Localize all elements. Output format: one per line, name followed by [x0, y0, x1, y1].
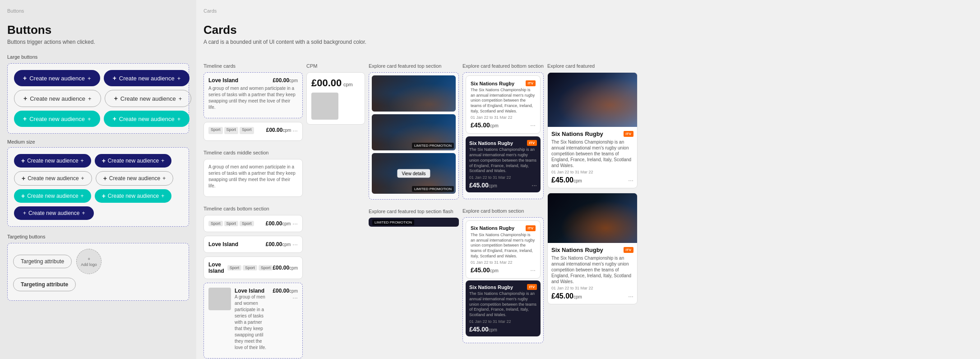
cpm-col-label: CPM — [306, 63, 365, 69]
timeline-card-dashed-1: Love Island £00.00cpm A group of men and… — [203, 72, 303, 118]
targeting-attribute-btn-1[interactable]: Targeting attribute — [13, 255, 72, 268]
buttons-panel: Buttons Buttons Buttons trigger actions … — [0, 0, 196, 359]
plus-icon-right-5: + — [88, 116, 91, 122]
plus-icon-md-3: + — [22, 175, 25, 182]
timeline-col-label: Timeline cards — [203, 63, 303, 69]
timeline-bottom-label: Timeline cards bottom section — [203, 206, 303, 211]
tag-sport-2: Sport — [224, 127, 239, 134]
explore-bottom-label: Explore card bottom section — [462, 208, 544, 214]
create-audience-btn-lg-dark-2[interactable]: + Create new audience + — [104, 70, 190, 86]
three-dots-bottom-2[interactable]: ··· — [292, 241, 298, 248]
limited-badge-1: LIMITED PROMOTION — [412, 143, 454, 149]
plus-icon-right-3: + — [88, 95, 92, 102]
plus-logo-icon: + — [88, 256, 90, 261]
plus-icon-single: + — [23, 210, 26, 216]
featured-body-1: Six Nations Rugby ITV The Six Nations Ch… — [548, 127, 637, 188]
create-audience-btn-lg-dark-1[interactable]: + Create new audience + — [14, 70, 100, 86]
explore-featured-label: Explore card featured — [547, 63, 638, 69]
large-buttons-group: + Create new audience + + Create new aud… — [7, 63, 189, 134]
create-audience-btn-md-dark-1[interactable]: + Create new audience + — [14, 154, 91, 168]
three-dots-bottom-1[interactable]: ··· — [292, 220, 298, 227]
create-audience-btn-md-outline-1[interactable]: + Create new audience + — [14, 171, 92, 186]
explore-bottom-featured-label: Explore card featured bottom section — [462, 63, 544, 69]
medium-btn-row-single: + Create new audience + — [14, 206, 182, 220]
create-audience-btn-md-teal-2[interactable]: + Create new audience + — [95, 189, 172, 203]
tag-sport-1: Sport — [208, 127, 223, 134]
targeting-attribute-btn-2[interactable]: Targeting attribute — [13, 278, 76, 291]
create-audience-label-md-5: Create new audience — [27, 193, 78, 199]
targeting-section: Targeting attribute + Add logo Targeting… — [7, 243, 189, 301]
medium-btn-row-1: + Create new audience + + Create new aud… — [14, 154, 182, 168]
card-thumbnail-1 — [208, 288, 231, 310]
three-dots-featured-1[interactable]: ··· — [628, 177, 633, 184]
create-audience-btn-lg-outline-1[interactable]: + Create new audience + — [14, 90, 101, 107]
timeline-dashed-large-1: Love Island A group of men and women par… — [203, 283, 303, 359]
medium-buttons-group: + Create new audience + + Create new aud… — [7, 147, 189, 227]
explore-flash-label: Explore card featured top section flash — [369, 209, 459, 214]
create-audience-btn-lg-teal-1[interactable]: + Create new audience + — [14, 111, 100, 127]
explore-top-card-dashed: LIMITED PROMOTION View details LIMITED P… — [369, 72, 459, 200]
timeline-card-title-1: Love Island — [208, 77, 238, 84]
explore-top-label: Explore card featured top section — [369, 63, 459, 69]
tag-card-price: £00.00cpm — [266, 127, 291, 134]
create-audience-label-md-6: Create new audience — [108, 193, 159, 199]
plus-icon-md-right-5: + — [81, 193, 84, 199]
three-dots-dashed-1[interactable]: ··· — [292, 294, 298, 301]
create-audience-label-md-4: Create new audience — [109, 175, 160, 182]
three-dots-1[interactable]: ··· — [292, 127, 298, 134]
cards-panel: Cards Cards A card is a bounded unit of … — [196, 0, 980, 359]
plus-icon-6: + — [113, 115, 116, 122]
plus-icon-right-4: + — [179, 95, 182, 102]
rugby-img-2: LIMITED PROMOTION — [372, 114, 456, 150]
medium-btn-row-2: + Create new audience + + Create new aud… — [14, 171, 182, 186]
timeline-bottom-card-1: Sport Sport Sport £00.00cpm ··· — [203, 215, 303, 232]
itv-logo-4: ITV — [527, 284, 537, 290]
targeting-row-1: Targeting attribute + Add logo — [13, 249, 183, 274]
rugby-img-3: View details LIMITED PROMOTION — [372, 153, 456, 194]
featured-large-card-2: Six Nations Rugby ITV The Six Nations Ch… — [547, 193, 638, 304]
explore-featured-card-dashed: Six Nations Rugby ITV The Six Nations Ch… — [462, 72, 544, 199]
targeting-attr-label-2: Targeting attribute — [21, 281, 68, 288]
timeline-card-price-1: £00.00cpm — [273, 77, 298, 84]
create-audience-btn-md-dark-2[interactable]: + Create new audience + — [95, 154, 172, 168]
cards-subtitle: A card is a bounded unit of UI content w… — [203, 39, 973, 45]
three-dots-sn-1[interactable]: ··· — [530, 121, 536, 129]
create-audience-label-5: Create new audience — [29, 116, 85, 122]
plus-icon-md-right-2: + — [161, 158, 164, 164]
create-audience-label-single: Create new audience — [28, 210, 79, 216]
featured-rugby-img — [548, 73, 637, 127]
medium-size-label: Medium size — [7, 139, 189, 145]
dashed-card-desc-1: A group of men and women participate in … — [235, 294, 271, 351]
itv-logo-featured-2: ITV — [624, 247, 633, 253]
create-audience-btn-md-teal-1[interactable]: + Create new audience + — [14, 189, 91, 203]
create-audience-btn-md-outline-2[interactable]: + Create new audience + — [96, 171, 174, 186]
flash-bar: LIMITED PROMOTION — [369, 218, 459, 227]
large-btn-row-3: + Create new audience + + Create new aud… — [14, 111, 182, 127]
cpm-col: CPM £00.00 cpm — [306, 54, 365, 128]
three-dots-featured-2[interactable]: ··· — [628, 293, 633, 300]
cards-section-label: Cards — [203, 8, 217, 14]
plus-icon-md-1: + — [21, 157, 25, 164]
six-nations-price-1: £45.00cpm — [471, 121, 499, 129]
buttons-subtitle: Buttons trigger actions when clicked. — [7, 39, 189, 45]
create-audience-label-4: Create new audience — [120, 95, 176, 102]
limited-badge-flash: LIMITED PROMOTION — [372, 219, 414, 225]
large-featured-rugby-img — [548, 193, 637, 243]
itv-logo-2: ITV — [527, 140, 537, 146]
create-audience-btn-single[interactable]: + Create new audience + — [14, 206, 94, 220]
create-audience-label-1: Create new audience — [29, 75, 85, 82]
create-audience-btn-lg-outline-2[interactable]: + Create new audience + — [105, 90, 192, 107]
cpm-placeholder-box — [311, 93, 338, 120]
timeline-card-desc-1: A group of men and women participate in … — [208, 85, 298, 111]
view-details-btn[interactable]: View details — [397, 169, 430, 178]
timeline-mid-desc: A group of men and women participate in … — [208, 164, 298, 189]
large-btn-row-1: + Create new audience + + Create new aud… — [14, 70, 182, 86]
cpm-price: £00.00 — [311, 77, 342, 89]
plus-icon-right-6: + — [177, 116, 181, 122]
three-dots-sn-dark[interactable]: ··· — [532, 182, 537, 189]
cards-title: Cards — [203, 23, 973, 37]
plus-icon-4: + — [114, 95, 118, 102]
three-dots-sn-bottom[interactable]: ··· — [530, 266, 536, 274]
create-audience-btn-lg-teal-2[interactable]: + Create new audience + — [104, 111, 190, 127]
add-logo-btn[interactable]: + Add logo — [76, 249, 102, 274]
